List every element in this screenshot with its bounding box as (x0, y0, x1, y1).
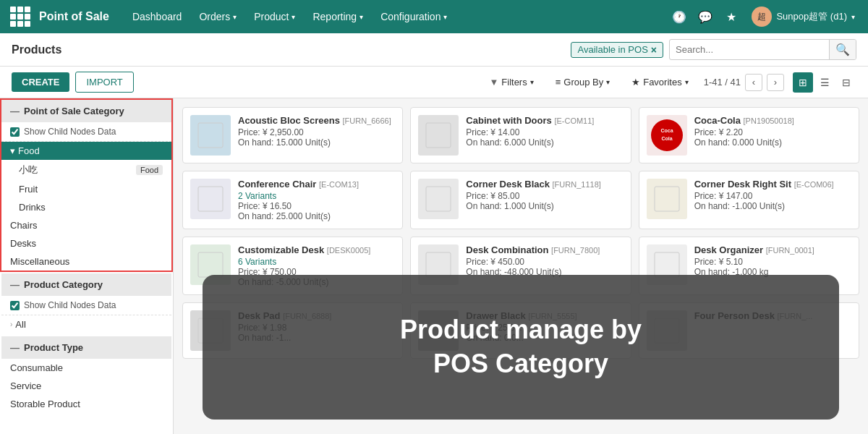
svg-text:Coca: Coca (660, 128, 673, 133)
app-grid-menu[interactable] (7, 0, 33, 33)
create-button[interactable]: CREATE (12, 72, 69, 92)
sidebar-item-fruit[interactable]: Fruit (1, 180, 171, 198)
product-price-3: Price: ¥ 16.50 (238, 201, 395, 211)
all-label: All (15, 319, 25, 330)
food-label: Food (18, 145, 40, 156)
nav-reporting[interactable]: Reporting ▾ (304, 0, 372, 33)
overlay-text: Product manage by POS Category (400, 313, 642, 381)
svg-point-4 (651, 119, 683, 151)
sidebar-item-food-active[interactable]: ▾ Food (1, 142, 171, 160)
groupby-label: Group By (563, 77, 603, 88)
pos-show-child-checkbox-row: Show Child Nodes Data (1, 122, 171, 142)
product-stock-2: On hand: 0.000 Unit(s) (694, 137, 851, 148)
pos-category-title: Point of Sale Category (24, 106, 124, 116)
all-chevron: › (10, 320, 12, 328)
product-info-3: Conference Chair [E-COM13]2 VariantsPric… (238, 179, 395, 221)
svg-rect-12 (655, 187, 679, 211)
product-info-7: Desk Combination [FURN_7800]Price: ¥ 450… (466, 244, 623, 277)
filters-label: Filters (501, 77, 527, 88)
list-view-button[interactable]: ☰ (814, 72, 835, 93)
nav-right: 🕐 💬 ★ 超 Sunpop超管 (d1) ▾ (668, 0, 861, 33)
product-thumb-0 (190, 115, 231, 156)
product-thumb-1 (418, 115, 459, 156)
header-right: Available in POS × 🔍 (571, 39, 856, 60)
page-title: Products (12, 43, 61, 56)
groupby-icon: ≡ (556, 77, 561, 88)
favorites-label: Favorites (643, 77, 681, 88)
cat-show-child-checkbox[interactable] (10, 301, 20, 310)
clock-icon[interactable]: 🕐 (668, 0, 691, 33)
product-name-4: Corner Desk Black [FURN_1118] (466, 179, 623, 191)
product-variants-3: 2 Variants (238, 191, 395, 201)
sidebar-item-service[interactable]: Service (1, 377, 171, 395)
search-input[interactable] (670, 41, 829, 58)
product-card-2[interactable]: CocaColaCoca-Cola [PN19050018]Price: ¥ 2… (639, 107, 859, 163)
sidebar-section-pos-category: — Point of Sale Category Show Child Node… (0, 98, 173, 272)
sidebar-item-desks[interactable]: Desks (1, 234, 171, 252)
pos-show-child-label: Show Child Nodes Data (24, 127, 116, 137)
product-name-0: Acoustic Bloc Screens [FURN_6666] (238, 115, 395, 127)
chat-icon[interactable]: 💬 (694, 0, 717, 33)
product-card-5[interactable]: Corner Desk Right Sit [E-COM06]Price: ¥ … (639, 171, 859, 229)
product-arrow: ▾ (292, 13, 295, 21)
product-name-5: Corner Desk Right Sit [E-COM06] (694, 179, 851, 191)
product-price-8: Price: ¥ 5.10 (694, 257, 851, 267)
sidebar-item-storable[interactable]: Storable Product (1, 395, 171, 413)
product-price-4: Price: ¥ 85.00 (466, 191, 623, 201)
user-arrow: ▾ (851, 13, 855, 21)
filter-tag-label: Available in POS (577, 44, 647, 55)
product-name-3: Conference Chair [E-COM13] (238, 179, 395, 191)
nav-dashboard[interactable]: Dashboard (124, 0, 191, 33)
service-label: Service (10, 380, 41, 391)
sidebar-item-consumable[interactable]: Consumable (1, 359, 171, 377)
product-thumb-5 (647, 179, 687, 219)
content-area: — Point of Sale Category Show Child Node… (0, 98, 868, 434)
product-card-4[interactable]: Corner Desk Black [FURN_1118]Price: ¥ 85… (410, 171, 631, 229)
product-card-0[interactable]: Acoustic Bloc Screens [FURN_6666]Price: … (182, 107, 403, 163)
sidebar-item-chairs[interactable]: Chairs (1, 216, 171, 234)
search-button[interactable]: 🔍 (829, 40, 856, 59)
pagination: 1-41 / 41 ‹ › (704, 74, 784, 91)
svg-text:Cola: Cola (661, 136, 672, 141)
sidebar-item-miscellaneous[interactable]: Miscellaneous (1, 252, 171, 271)
page-header: Products Available in POS × 🔍 (0, 33, 868, 67)
filters-arrow: ▾ (530, 78, 534, 86)
app-brand: Point of Sale (33, 10, 124, 23)
svg-rect-14 (198, 252, 223, 277)
nav-orders[interactable]: Orders ▾ (190, 0, 245, 33)
prev-page-button[interactable]: ‹ (745, 74, 762, 91)
product-type-title: Product Type (24, 342, 83, 353)
filter-tag-remove[interactable]: × (651, 44, 657, 56)
nav-product[interactable]: Product ▾ (245, 0, 304, 33)
dash-icon2: — (10, 279, 20, 290)
sidebar-item-all[interactable]: › All (1, 315, 171, 333)
fruit-label: Fruit (19, 184, 38, 195)
grid-view-button[interactable]: ⊟ (836, 72, 856, 93)
product-card-1[interactable]: Cabinet with Doors [E-COM11]Price: ¥ 14.… (410, 107, 631, 163)
sidebar-section-product-type: — Product Type Consumable Service Storab… (0, 335, 173, 414)
product-info-2: Coca-Cola [PN19050018]Price: ¥ 2.20On ha… (694, 115, 851, 148)
product-thumb-3 (190, 179, 231, 219)
product-name-2: Coca-Cola [PN19050018] (694, 115, 851, 127)
sidebar-item-xiaochi[interactable]: 小吃 Food (1, 160, 171, 180)
dash-icon: — (10, 106, 20, 116)
filter-icon: ▼ (489, 77, 498, 88)
toolbar-right: ▼ Filters ▾ ≡ Group By ▾ ★ Favorites ▾ 1… (482, 72, 856, 93)
miscellaneous-label: Miscellaneous (10, 256, 69, 267)
next-page-button[interactable]: › (767, 74, 784, 91)
kanban-view-button[interactable]: ⊞ (793, 72, 813, 93)
svg-rect-3 (426, 123, 451, 148)
star-icon[interactable]: ★ (720, 0, 743, 33)
available-in-pos-filter[interactable]: Available in POS × (571, 42, 663, 58)
favorites-arrow: ▾ (685, 78, 689, 86)
svg-rect-8 (198, 187, 223, 211)
pos-show-child-checkbox[interactable] (10, 127, 20, 137)
filters-button[interactable]: ▼ Filters ▾ (482, 73, 540, 91)
groupby-button[interactable]: ≡ Group By ▾ (549, 73, 617, 91)
favorites-button[interactable]: ★ Favorites ▾ (625, 73, 694, 91)
product-card-3[interactable]: Conference Chair [E-COM13]2 VariantsPric… (182, 171, 403, 229)
nav-configuration[interactable]: Configuration ▾ (372, 0, 456, 33)
sidebar-item-drinks[interactable]: Drinks (1, 198, 171, 216)
user-menu[interactable]: 超 Sunpop超管 (d1) ▾ (746, 7, 861, 27)
import-button[interactable]: IMPORT (75, 72, 133, 93)
